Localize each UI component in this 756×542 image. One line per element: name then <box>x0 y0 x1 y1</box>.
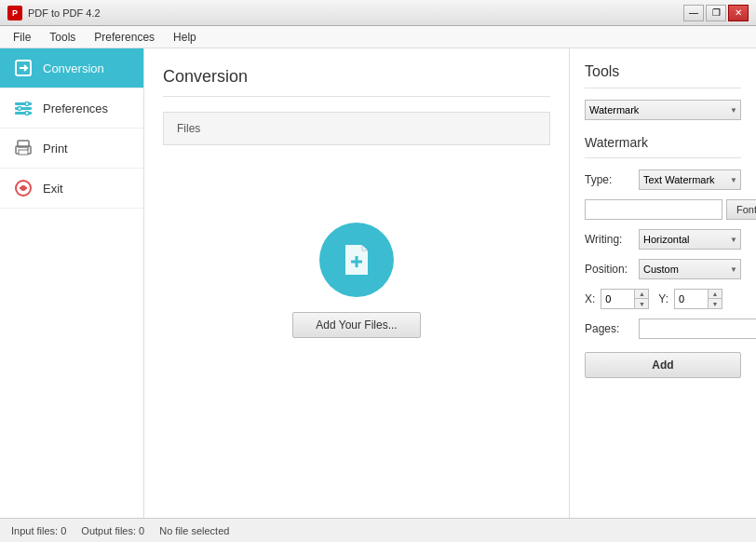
sidebar-item-preferences[interactable]: Preferences <box>0 88 143 129</box>
type-row: Type: Text Watermark Image Watermark <box>585 169 741 190</box>
y-input[interactable] <box>675 290 708 308</box>
conversion-icon <box>13 58 34 78</box>
svg-point-6 <box>25 112 29 115</box>
svg-point-13 <box>20 185 26 191</box>
pages-input[interactable] <box>639 318 756 339</box>
tools-dropdown-wrap: Watermark Stamp Background <box>585 100 741 120</box>
y-spin-up[interactable]: ▲ <box>709 290 722 299</box>
content-area: Conversion Files Add Your Files... <box>144 48 570 518</box>
tools-title: Tools <box>585 63 741 88</box>
font-row: Font <box>585 199 741 220</box>
files-section: Files <box>163 112 550 145</box>
sidebar-exit-label: Exit <box>43 182 63 196</box>
menu-file[interactable]: File <box>4 28 40 47</box>
x-input-wrap: ▲ ▼ <box>601 289 649 309</box>
y-spin-down[interactable]: ▼ <box>709 299 722 308</box>
x-label: X: <box>585 292 595 305</box>
x-input[interactable] <box>601 290 634 308</box>
position-select[interactable]: Custom Top Left Top Center Top Right Cen… <box>639 259 741 279</box>
writing-row: Writing: Horizontal Vertical Diagonal <box>585 229 741 250</box>
tools-type-select[interactable]: Watermark Stamp Background <box>585 100 741 120</box>
preferences-icon <box>13 98 34 118</box>
sidebar-conversion-label: Conversion <box>43 61 104 75</box>
pages-label: Pages: <box>585 322 633 335</box>
x-spin-up[interactable]: ▲ <box>635 290 648 299</box>
input-files-status: Input files: 0 <box>11 525 66 536</box>
menu-help[interactable]: Help <box>164 28 206 47</box>
y-input-wrap: ▲ ▼ <box>674 289 722 309</box>
writing-select[interactable]: Horizontal Vertical Diagonal <box>639 229 741 250</box>
app-title: PDF to PDF 4.2 <box>28 7 101 19</box>
tools-panel: Tools Watermark Stamp Background Waterma… <box>570 48 756 518</box>
exit-icon <box>13 178 34 198</box>
add-button[interactable]: Add <box>585 352 741 378</box>
menu-bar: File Tools Preferences Help <box>0 26 756 48</box>
watermark-type-select[interactable]: Text Watermark Image Watermark <box>639 169 741 190</box>
menu-tools[interactable]: Tools <box>40 28 85 47</box>
sidebar-preferences-label: Preferences <box>43 102 108 115</box>
watermark-title: Watermark <box>585 135 741 158</box>
type-label: Type: <box>585 173 633 186</box>
sidebar-item-conversion[interactable]: Conversion <box>0 48 143 88</box>
font-text-input[interactable] <box>585 199 722 220</box>
main-layout: Conversion Preferences <box>0 48 756 518</box>
pages-row: Pages: <box>585 318 741 339</box>
x-spin-down[interactable]: ▼ <box>635 299 648 308</box>
sidebar-item-print[interactable]: Print <box>0 129 143 169</box>
position-label: Position: <box>585 263 633 276</box>
sidebar-item-exit[interactable]: Exit <box>0 169 143 209</box>
y-label: Y: <box>658 292 668 305</box>
print-icon <box>13 138 34 158</box>
add-files-button[interactable]: Add Your Files... <box>292 312 420 338</box>
svg-point-10 <box>27 148 29 150</box>
drop-zone: Add Your Files... <box>163 164 550 397</box>
svg-point-4 <box>25 102 29 106</box>
sidebar: Conversion Preferences <box>0 48 144 518</box>
file-icon <box>319 223 394 297</box>
content-title: Conversion <box>163 67 550 97</box>
menu-preferences[interactable]: Preferences <box>85 28 164 47</box>
writing-label: Writing: <box>585 233 633 246</box>
output-files-status: Output files: 0 <box>81 525 144 536</box>
title-bar: P PDF to PDF 4.2 — ❐ ✕ <box>0 0 756 26</box>
xy-row: X: ▲ ▼ Y: ▲ ▼ <box>585 289 741 309</box>
restore-button[interactable]: ❐ <box>706 5 726 21</box>
minimize-button[interactable]: — <box>683 5 704 21</box>
position-row: Position: Custom Top Left Top Center Top… <box>585 259 741 279</box>
file-selection-status: No file selected <box>159 525 229 536</box>
app-icon: P <box>7 6 22 20</box>
status-bar: Input files: 0 Output files: 0 No file s… <box>0 518 756 542</box>
svg-rect-9 <box>19 150 28 155</box>
sidebar-print-label: Print <box>43 142 68 156</box>
close-button[interactable]: ✕ <box>728 5 749 21</box>
svg-point-5 <box>18 107 21 111</box>
font-button[interactable]: Font <box>726 199 756 220</box>
